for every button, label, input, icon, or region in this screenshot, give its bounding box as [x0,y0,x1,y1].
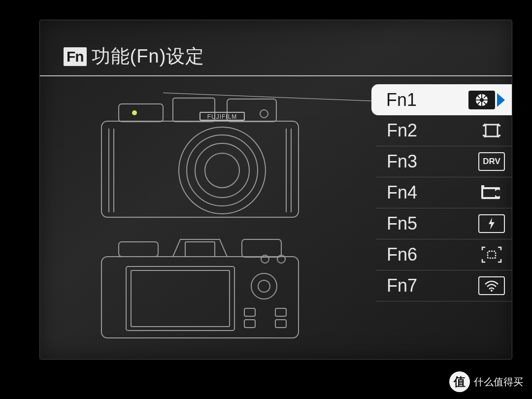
svg-point-9 [179,127,266,214]
svg-point-4 [260,110,268,118]
fn-item-label: Fn7 [387,275,417,296]
menu-header: Fn 功能(Fn)设定 [64,44,204,69]
fn-item-label: Fn6 [387,244,417,265]
svg-rect-16 [185,242,215,257]
svg-rect-20 [131,270,230,327]
svg-point-11 [195,143,249,198]
drv-icon: DRV [478,152,505,171]
fn-badge-icon: Fn [64,47,87,66]
fn-item-3[interactable]: Fn3 DRV [376,146,512,177]
page-title: 功能(Fn)设定 [92,44,205,69]
svg-rect-43 [481,185,484,188]
svg-rect-25 [275,308,286,316]
svg-point-38 [480,98,484,102]
fn-item-label: Fn4 [387,182,417,203]
brand-label: FUJIFILM [207,113,237,120]
header-divider [40,75,512,76]
fn-item-label: Fn1 [386,90,417,110]
fn-item-label: Fn3 [387,151,417,172]
svg-point-12 [205,153,239,188]
camera-menu-screen: Fn 功能(Fn)设定 [39,20,512,360]
svg-rect-41 [483,189,495,197]
wifi-icon [478,276,505,295]
chevron-right-icon [497,93,505,107]
fn-item-4[interactable]: Fn4 [376,177,512,208]
fn-item-2[interactable]: Fn2 [376,115,512,146]
focus-peak-icon [478,245,505,264]
svg-rect-17 [119,242,158,257]
svg-rect-26 [275,320,286,328]
af-area-icon [478,121,505,140]
svg-rect-24 [244,320,255,328]
camera-illustration: FUJIFILM [74,84,340,345]
svg-rect-23 [244,308,255,316]
svg-rect-18 [242,239,281,257]
svg-point-10 [187,135,258,206]
watermark: 值 什么值得买 [449,371,523,392]
aperture-icon [468,91,495,109]
svg-point-14 [132,110,137,115]
film-icon [478,183,505,202]
fn-item-5[interactable]: Fn5 [376,208,512,239]
svg-point-21 [251,273,277,299]
svg-rect-44 [488,251,496,258]
watermark-logo-icon: 值 [449,371,470,392]
watermark-text: 什么值得买 [474,375,523,389]
flash-icon [478,214,505,233]
fn-item-label: Fn2 [387,120,417,141]
svg-point-22 [258,280,270,292]
svg-point-45 [491,290,493,292]
fn-item-6[interactable]: Fn6 [376,239,512,270]
fn-button-list: Fn1 Fn2 Fn3 DRV Fn4 Fn5 [371,84,512,301]
svg-rect-39 [486,125,498,136]
fn-item-7[interactable]: Fn7 [376,270,512,301]
svg-rect-0 [101,121,299,217]
svg-point-42 [495,190,501,197]
fn-item-1[interactable]: Fn1 [371,84,512,115]
fn-item-label: Fn5 [387,213,417,234]
svg-rect-1 [119,104,163,122]
svg-rect-19 [126,266,234,331]
